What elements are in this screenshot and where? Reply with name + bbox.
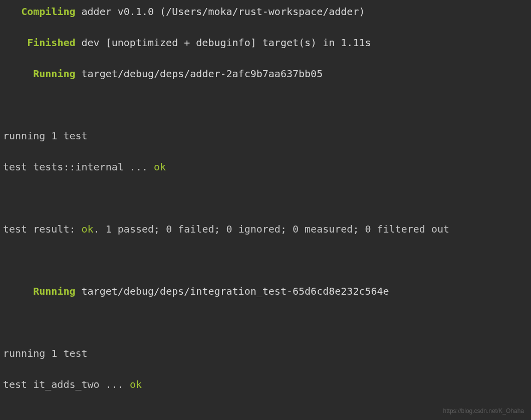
compiling-text: adder v0.1.0 (/Users/moka/rust-workspace… xyxy=(76,6,365,18)
suite2-ok: ok xyxy=(130,378,142,390)
suite1-ok: ok xyxy=(154,161,166,173)
running-text-2: target/debug/deps/integration_test-65d6c… xyxy=(76,285,389,297)
watermark-text: https://blog.csdn.net/K_Ohaha xyxy=(443,406,524,416)
compiling-label: Compiling xyxy=(3,6,76,18)
suite2-testline: test it_adds_two ... xyxy=(3,378,130,390)
running-text-1: target/debug/deps/adder-2afc9b7aa637bb05 xyxy=(76,68,323,80)
suite1-result-prefix: test result: xyxy=(3,223,82,235)
finished-text: dev [unoptimized + debuginfo] target(s) … xyxy=(76,37,371,49)
running-label-1: Running xyxy=(3,68,76,80)
finished-label: Finished xyxy=(3,37,76,49)
suite1-result-suffix: . 1 passed; 0 failed; 0 ignored; 0 measu… xyxy=(94,223,449,235)
suite1-testline: test tests::internal ... xyxy=(3,161,154,173)
suite1-result-ok: ok xyxy=(82,223,94,235)
suite1-running: running 1 test xyxy=(3,128,528,144)
terminal-output: Compiling adder v0.1.0 (/Users/moka/rust… xyxy=(0,0,531,420)
running-label-2: Running xyxy=(3,285,76,297)
suite2-running: running 1 test xyxy=(3,346,528,361)
